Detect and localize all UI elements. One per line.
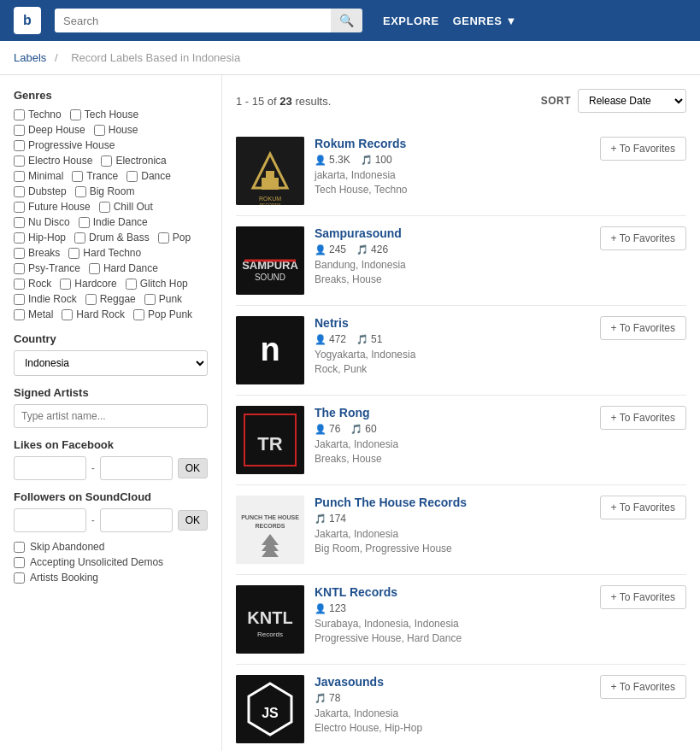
fav-button-rong[interactable]: + To Favorites: [600, 406, 686, 430]
label-stats-sampurasound: 👤 245 🎵 426: [315, 243, 590, 255]
genre-checkbox-progressive-house[interactable]: [14, 140, 25, 151]
svg-text:PUNCH THE HOUSE: PUNCH THE HOUSE: [241, 514, 299, 520]
followers-ok-button[interactable]: OK: [178, 510, 208, 531]
label-name-sampurasound[interactable]: Sampurasound: [315, 226, 590, 240]
facebook-count: 472: [329, 333, 346, 345]
label-logo-netris: n: [236, 316, 304, 384]
label-name-netris[interactable]: Netris: [315, 316, 590, 330]
genre-checkbox-hardcore[interactable]: [60, 279, 71, 290]
genre-item-deep-house: Deep House: [14, 124, 85, 136]
extra-options: Skip Abandoned Accepting Unsolicited Dem…: [14, 541, 208, 584]
genre-list: TechnoTech HouseDeep HouseHouseProgressi…: [14, 109, 208, 322]
genre-item-dance: Dance: [126, 170, 171, 182]
sort-select[interactable]: Release DateNamePopularity: [578, 89, 686, 113]
fav-button-rokum[interactable]: + To Favorites: [600, 137, 686, 161]
explore-link[interactable]: EXPLORE: [383, 15, 439, 27]
genre-checkbox-minimal[interactable]: [14, 171, 25, 182]
genre-checkbox-reggae[interactable]: [85, 294, 97, 305]
fav-button-sampurasound[interactable]: + To Favorites: [600, 226, 686, 250]
breadcrumb-parent[interactable]: Labels: [14, 51, 46, 64]
label-name-javasounds[interactable]: Javasounds: [315, 675, 590, 689]
label-card-javasounds: JS Javasounds 🎵 78 Jakarta, Indonesia El…: [236, 665, 686, 751]
fav-button-netris[interactable]: + To Favorites: [600, 316, 686, 340]
genre-checkbox-house[interactable]: [94, 125, 105, 136]
logo[interactable]: b: [14, 7, 41, 34]
svg-rect-2: [262, 178, 279, 190]
genre-item-tech-house: Tech House: [70, 109, 138, 120]
facebook-icon: 👤: [315, 244, 326, 255]
genre-item-future-house: Future House: [14, 201, 91, 213]
label-card-rokum: ROKUM RECORDS Rokum Records 👤 5.3K 🎵 100…: [236, 126, 686, 216]
search-input[interactable]: [55, 9, 331, 32]
search-button[interactable]: 🔍: [331, 9, 362, 32]
genre-checkbox-chill-out[interactable]: [99, 202, 110, 213]
likes-filter: Likes on Facebook - OK: [14, 438, 208, 480]
genre-item-indie-dance: Indie Dance: [79, 216, 148, 228]
label-info-rokum: Rokum Records 👤 5.3K 🎵 100 jakarta, Indo…: [315, 137, 590, 196]
soundcloud-icon: 🎵: [350, 424, 362, 435]
genre-item-nu-disco: Nu Disco: [14, 216, 70, 228]
genre-checkbox-electronica[interactable]: [101, 155, 112, 167]
genre-checkbox-big-room[interactable]: [75, 186, 86, 197]
label-info-javasounds: Javasounds 🎵 78 Jakarta, Indonesia Elect…: [315, 675, 590, 734]
label-stats-kntl: 👤 123: [315, 602, 590, 614]
genre-checkbox-drum-bass[interactable]: [74, 232, 85, 243]
followers-min-input[interactable]: [14, 508, 86, 532]
genre-checkbox-trance[interactable]: [72, 171, 83, 182]
genre-checkbox-punk[interactable]: [144, 294, 156, 305]
genre-checkbox-pop-punk[interactable]: [133, 309, 144, 320]
main-layout: Genres TechnoTech HouseDeep HouseHousePr…: [0, 75, 700, 751]
genre-checkbox-indie-rock[interactable]: [14, 294, 25, 305]
accepting-demos-checkbox[interactable]: [14, 557, 25, 568]
genre-checkbox-breaks[interactable]: [14, 248, 25, 259]
artists-booking-label: Artists Booking: [30, 572, 98, 584]
skip-abandoned-checkbox[interactable]: [14, 542, 25, 553]
followers-max-input[interactable]: [100, 508, 173, 532]
genre-label-minimal: Minimal: [28, 170, 63, 182]
genre-checkbox-tech-house[interactable]: [70, 109, 81, 120]
label-name-rong[interactable]: The Rong: [315, 406, 590, 420]
genre-checkbox-pop[interactable]: [158, 232, 169, 243]
results-count: 1 - 15 of 23 results.: [236, 95, 331, 108]
signed-artists-input[interactable]: [14, 404, 208, 428]
genre-item-progressive-house: Progressive House: [14, 139, 115, 151]
country-select[interactable]: IndonesiaUnited StatesUnited KingdomGerm…: [14, 350, 208, 376]
genre-checkbox-hip-hop[interactable]: [14, 232, 25, 243]
genre-label-dance: Dance: [141, 170, 171, 182]
genre-checkbox-rock[interactable]: [14, 279, 25, 290]
artists-booking-checkbox[interactable]: [14, 572, 25, 584]
likes-min-input[interactable]: [14, 456, 86, 480]
label-name-kntl[interactable]: KNTL Records: [315, 585, 590, 599]
label-name-punch[interactable]: Punch The House Records: [315, 496, 590, 509]
label-genres-kntl: Progressive House, Hard Dance: [315, 632, 590, 644]
facebook-icon: 👤: [315, 424, 326, 435]
genre-checkbox-nu-disco[interactable]: [14, 217, 25, 228]
label-card-netris: n Netris 👤 472 🎵 51 Yogyakarta, Indonesi…: [236, 306, 686, 396]
genre-checkbox-dubstep[interactable]: [14, 186, 25, 197]
label-card-punch: PUNCH THE HOUSE RECORDS Punch The House …: [236, 485, 686, 575]
fav-button-kntl[interactable]: + To Favorites: [600, 585, 686, 609]
genre-checkbox-electro-house[interactable]: [14, 155, 25, 167]
likes-ok-button[interactable]: OK: [178, 458, 208, 478]
genre-checkbox-metal[interactable]: [14, 309, 25, 320]
genre-checkbox-psy-trance[interactable]: [14, 263, 25, 274]
likes-max-input[interactable]: [100, 456, 173, 480]
search-bar: 🔍: [55, 9, 362, 32]
label-name-rokum[interactable]: Rokum Records: [315, 137, 590, 150]
label-genres-javasounds: Electro House, Hip-Hop: [315, 722, 590, 734]
genre-checkbox-techno[interactable]: [14, 109, 25, 120]
genre-checkbox-future-house[interactable]: [14, 202, 25, 213]
genre-checkbox-hard-dance[interactable]: [89, 263, 100, 274]
genre-checkbox-deep-house[interactable]: [14, 125, 25, 136]
genre-checkbox-hard-rock[interactable]: [62, 309, 73, 320]
signed-artists-filter: Signed Artists: [14, 386, 208, 428]
genres-link[interactable]: GENRES ▼: [453, 15, 517, 27]
genre-item-trance: Trance: [72, 170, 118, 182]
genre-checkbox-indie-dance[interactable]: [79, 217, 90, 228]
genre-label-future-house: Future House: [28, 201, 91, 213]
genre-checkbox-glitch-hop[interactable]: [126, 279, 137, 290]
fav-button-punch[interactable]: + To Favorites: [600, 496, 686, 519]
genre-checkbox-hard-techno[interactable]: [68, 248, 79, 259]
fav-button-javasounds[interactable]: + To Favorites: [600, 675, 686, 699]
genre-checkbox-dance[interactable]: [126, 171, 138, 182]
